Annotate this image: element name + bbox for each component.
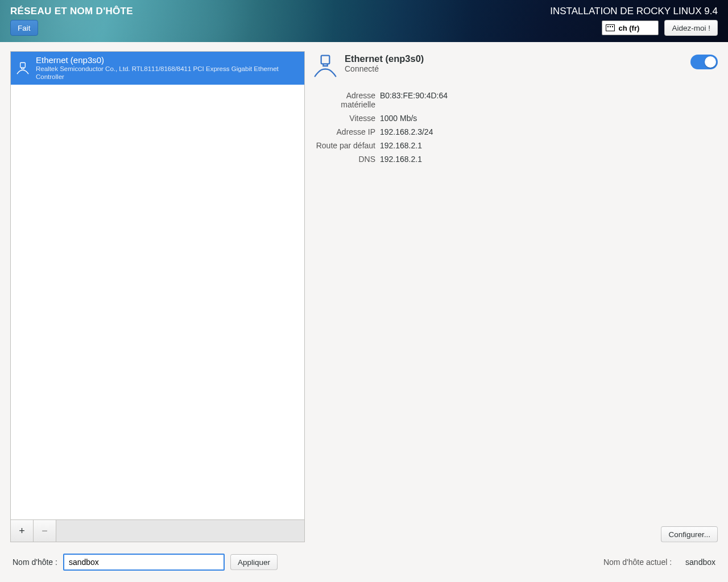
hostname-label: Nom d'hôte : (13, 558, 57, 567)
header-banner: RÉSEAU ET NOM D'HÔTE Fait INSTALLATION D… (0, 0, 728, 42)
connection-status: Connecté (345, 64, 424, 73)
current-hostname-value: sandbox (685, 558, 715, 567)
toggle-knob (705, 56, 716, 68)
device-subtitle: Realtek Semiconductor Co., Ltd. RTL8111/… (36, 65, 299, 81)
svg-rect-0 (20, 63, 26, 68)
ethernet-plug-icon (313, 53, 338, 78)
route-label: Route par défaut (313, 141, 375, 150)
connection-toggle[interactable] (690, 55, 718, 69)
page-title: RÉSEAU ET NOM D'HÔTE (10, 0, 133, 17)
help-button[interactable]: Aidez-moi ! (664, 20, 718, 36)
keyboard-layout-text: ch (fr) (618, 24, 639, 32)
current-hostname-label: Nom d'hôte actuel : (603, 558, 672, 567)
hostname-input[interactable] (63, 554, 225, 571)
device-list-item[interactable]: Ethernet (enp3s0) Realtek Semiconductor … (11, 52, 304, 85)
device-add-remove-toolbar: + − (10, 520, 305, 542)
device-name: Ethernet (enp3s0) (36, 55, 299, 65)
hostname-bar: Nom d'hôte : Appliquer Nom d'hôte actuel… (0, 542, 728, 582)
done-button[interactable]: Fait (10, 20, 38, 36)
svg-rect-1 (321, 56, 330, 64)
dns-value: 192.168.2.1 (380, 155, 718, 164)
hw-address-label: Adresse matérielle (313, 91, 375, 109)
route-value: 192.168.2.1 (380, 141, 718, 150)
connection-details: Adresse matérielle B0:83:FE:90:4D:64 Vit… (313, 91, 718, 164)
speed-label: Vitesse (313, 114, 375, 123)
ip-value: 192.168.2.3/24 (380, 127, 718, 136)
installer-title: INSTALLATION DE ROCKY LINUX 9.4 (550, 0, 718, 17)
apply-hostname-button[interactable]: Appliquer (230, 554, 278, 570)
ethernet-plug-icon (15, 61, 30, 76)
add-device-button[interactable]: + (11, 520, 34, 542)
keyboard-layout-indicator[interactable]: ch (fr) (602, 20, 659, 35)
configure-button[interactable]: Configurer... (661, 526, 718, 542)
ip-label: Adresse IP (313, 127, 375, 136)
remove-device-button[interactable]: − (34, 520, 56, 542)
speed-value: 1000 Mb/s (380, 114, 718, 123)
dns-label: DNS (313, 155, 375, 164)
keyboard-icon (606, 24, 615, 31)
hw-address-value: B0:83:FE:90:4D:64 (380, 91, 718, 109)
connection-title: Ethernet (enp3s0) (345, 53, 424, 64)
device-list[interactable]: Ethernet (enp3s0) Realtek Semiconductor … (10, 51, 305, 520)
